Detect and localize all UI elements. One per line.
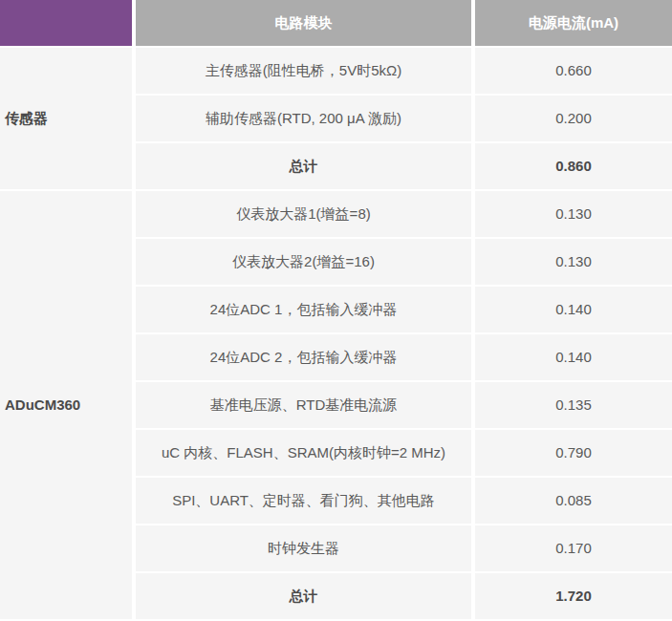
module-cell: 24位ADC 2，包括输入缓冲器 bbox=[136, 334, 471, 380]
total-current-cell: 1.720 bbox=[475, 573, 672, 619]
current-cell: 0.130 bbox=[475, 239, 672, 285]
current-cell: 0.130 bbox=[475, 191, 672, 237]
current-cell: 0.085 bbox=[475, 478, 672, 524]
total-current-cell: 0.860 bbox=[475, 143, 672, 189]
module-cell: SPI、UART、定时器、看门狗、其他电路 bbox=[136, 478, 471, 524]
column-header-current: 电源电流(mA) bbox=[475, 0, 672, 46]
current-cell: 0.660 bbox=[475, 48, 672, 94]
group-label-1: 传感器 bbox=[0, 48, 132, 189]
module-cell: 仪表放大器1(增益=8) bbox=[136, 191, 471, 237]
group-label-2: ADuCM360 bbox=[0, 191, 132, 619]
module-cell: 24位ADC 1，包括输入缓冲器 bbox=[136, 287, 471, 332]
module-cell: uC 内核、FLASH、SRAM(内核时钟=2 MHz) bbox=[136, 430, 471, 476]
current-cell: 0.140 bbox=[475, 287, 672, 332]
total-module-cell: 总计 bbox=[136, 143, 471, 189]
power-current-table: 电路模块 电源电流(mA) 传感器主传感器(阻性电桥，5V时5kΩ)0.660辅… bbox=[0, 0, 672, 619]
module-cell: 时钟发生器 bbox=[136, 525, 471, 571]
module-cell: 辅助传感器(RTD, 200 μA 激励) bbox=[136, 96, 471, 141]
current-cell: 0.140 bbox=[475, 334, 672, 380]
current-cell: 0.135 bbox=[475, 382, 672, 428]
total-module-cell: 总计 bbox=[136, 573, 471, 619]
module-cell: 基准电压源、RTD基准电流源 bbox=[136, 382, 471, 428]
module-cell: 仪表放大器2(增益=16) bbox=[136, 239, 471, 285]
current-cell: 0.170 bbox=[475, 525, 672, 571]
current-cell: 0.200 bbox=[475, 96, 672, 141]
current-cell: 0.790 bbox=[475, 430, 672, 476]
module-cell: 主传感器(阻性电桥，5V时5kΩ) bbox=[136, 48, 471, 94]
column-header-module: 电路模块 bbox=[136, 0, 471, 46]
corner-cell bbox=[0, 0, 132, 46]
